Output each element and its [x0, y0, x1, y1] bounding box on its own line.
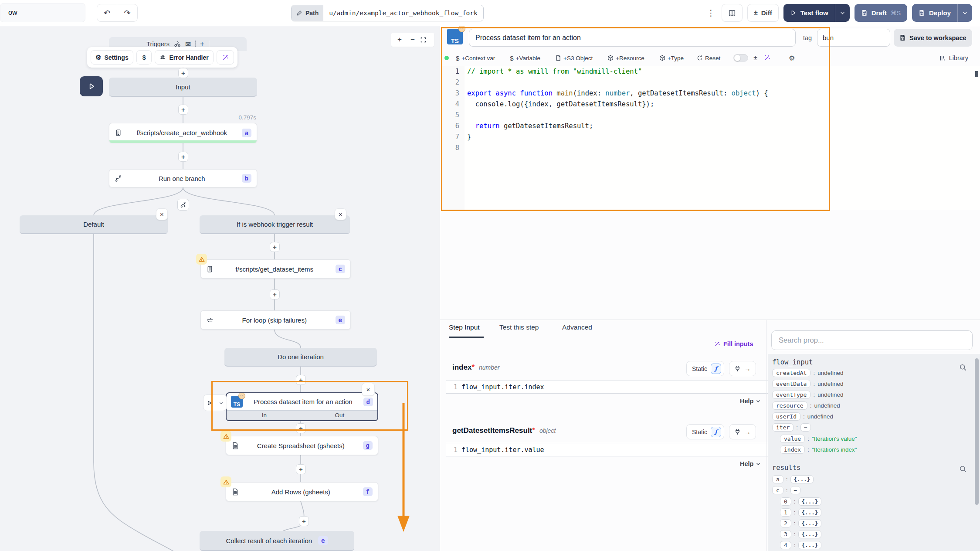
reset-button[interactable]: Reset: [697, 55, 720, 61]
prop-collapse-pill[interactable]: −: [790, 486, 801, 494]
deploy-button[interactable]: Deploy: [912, 4, 972, 22]
insert-step-button[interactable]: +: [178, 105, 188, 115]
save-to-workspace-button[interactable]: Save to workspace: [894, 29, 972, 47]
step-title-input[interactable]: [469, 29, 796, 47]
prop-key[interactable]: 3: [780, 530, 791, 538]
node-branch-default[interactable]: Default: [20, 215, 168, 234]
search-icon[interactable]: [959, 363, 967, 372]
node-input-tab[interactable]: In: [227, 411, 302, 420]
prop-collapse-pill[interactable]: {...}: [790, 475, 814, 483]
docs-button[interactable]: [722, 4, 743, 22]
prop-key[interactable]: 4: [780, 541, 791, 549]
plus-minus-icon[interactable]: ±: [753, 54, 757, 62]
insert-step-button[interactable]: +: [296, 375, 306, 385]
delete-step-button[interactable]: ×: [362, 383, 375, 396]
run-step-button[interactable]: [203, 395, 215, 411]
prop-picker-scrollbar[interactable]: [975, 358, 979, 505]
fit-view-icon[interactable]: [420, 37, 431, 43]
editor-settings-icon[interactable]: ⚙: [789, 54, 795, 62]
prop-key[interactable]: index: [780, 446, 805, 454]
function-mode-icon[interactable]: ƒ: [711, 364, 721, 374]
node-create-actor-webhook[interactable]: f/scripts/create_actor_webhook a: [109, 123, 257, 143]
prop-key[interactable]: userId: [772, 412, 800, 421]
code-editor[interactable]: 1 2 3 4 5 6 7 8 // import * as wmill fro…: [442, 66, 980, 210]
node-process-dataset-item-selected[interactable]: TS Process dataset item for an action d …: [226, 392, 378, 421]
prop-key[interactable]: 0: [780, 497, 791, 506]
tab-advanced[interactable]: Advanced: [562, 323, 592, 331]
add-resource-button[interactable]: +Resource: [607, 55, 644, 61]
prop-collapse-pill[interactable]: −: [800, 423, 811, 432]
prop-key[interactable]: eventData: [772, 380, 810, 388]
add-type-button[interactable]: +Type: [659, 55, 684, 61]
node-flow-input[interactable]: Input: [109, 78, 257, 97]
redo-button[interactable]: ↷: [117, 4, 138, 22]
node-get-dataset-items[interactable]: f/scripts/get_dataset_items c: [200, 259, 351, 279]
prop-key[interactable]: c: [772, 486, 783, 494]
prop-collapse-pill[interactable]: {...}: [798, 497, 822, 506]
help-button[interactable]: Help: [740, 460, 761, 467]
search-prop-input[interactable]: [771, 330, 973, 350]
editor-scrollbar-thumb[interactable]: [975, 71, 978, 77]
static-expr-toggle[interactable]: Static ƒ: [686, 424, 724, 439]
help-button[interactable]: Help: [740, 398, 761, 405]
library-button[interactable]: Library: [939, 54, 968, 61]
draft-button[interactable]: Draft ⌘S: [855, 4, 907, 22]
delete-branch-button[interactable]: ×: [335, 208, 346, 220]
diff-button[interactable]: ± Diff: [747, 4, 779, 22]
node-add-rows[interactable]: Add Rows (gsheets) f: [226, 482, 378, 501]
test-up-to-button[interactable]: [80, 76, 103, 96]
undo-button[interactable]: ↶: [97, 4, 117, 22]
zoom-in-icon[interactable]: +: [394, 35, 405, 44]
settings-button[interactable]: ⚙ Settings: [91, 50, 133, 65]
node-collect-result[interactable]: Collect result of each iteration e: [200, 531, 354, 551]
expr-input-getdatasetitemsresult[interactable]: 1 flow_input.iter.value: [446, 443, 769, 456]
insert-step-button[interactable]: +: [299, 516, 309, 526]
add-variable-button[interactable]: $ +Variable: [510, 54, 540, 62]
more-menu-icon[interactable]: ⋮: [705, 8, 717, 18]
path-chip[interactable]: Path u/admin/example_actor_webhook_flow_…: [291, 5, 484, 21]
flow-name-box[interactable]: ow: [0, 3, 85, 22]
prop-key[interactable]: iter: [772, 423, 793, 432]
prop-key[interactable]: eventType: [772, 391, 810, 399]
context-variables-button[interactable]: $: [136, 50, 152, 65]
prop-key[interactable]: createdAt: [772, 369, 810, 377]
connect-input-button[interactable]: →: [729, 361, 756, 376]
prop-key[interactable]: value: [780, 435, 805, 443]
connect-input-button[interactable]: →: [729, 424, 756, 439]
ai-wand-button[interactable]: [217, 50, 234, 65]
prop-key[interactable]: a: [772, 475, 783, 483]
webhook-icon[interactable]: [174, 41, 181, 48]
search-icon[interactable]: [959, 465, 967, 473]
prop-key[interactable]: resource: [772, 401, 807, 410]
node-run-one-branch[interactable]: Run one branch b: [109, 169, 257, 187]
insert-step-button[interactable]: +: [178, 68, 188, 78]
fill-inputs-button[interactable]: Fill inputs: [714, 340, 753, 347]
tab-test-this-step[interactable]: Test this step: [499, 323, 539, 331]
prop-collapse-pill[interactable]: {...}: [798, 530, 822, 538]
expr-input-index[interactable]: 1 flow_input.iter.index: [446, 380, 769, 394]
tag-input[interactable]: [817, 29, 890, 47]
static-expr-toggle[interactable]: Static ƒ: [686, 361, 724, 376]
flow-canvas[interactable]: Triggers ✉ + ⚙ Settings $ Error Handler: [0, 26, 440, 551]
prop-collapse-pill[interactable]: {...}: [798, 519, 822, 527]
test-flow-dropdown[interactable]: [835, 4, 850, 22]
flow-input-title[interactable]: flow_input: [772, 358, 813, 366]
node-output-tab[interactable]: Out: [302, 411, 377, 420]
node-for-loop[interactable]: For loop (skip failures) e: [200, 310, 351, 330]
node-branch-if-webhook[interactable]: If is webhook trigger result: [200, 215, 350, 234]
error-handler-button[interactable]: Error Handler: [155, 50, 213, 65]
run-step-menu-button[interactable]: [215, 395, 227, 411]
insert-step-button[interactable]: +: [270, 289, 280, 299]
deploy-dropdown[interactable]: [957, 4, 972, 22]
diff-toggle[interactable]: [733, 54, 748, 62]
function-mode-icon[interactable]: ƒ: [711, 427, 721, 437]
prop-collapse-pill[interactable]: {...}: [798, 541, 822, 549]
prop-key[interactable]: 2: [780, 519, 791, 527]
zoom-out-icon[interactable]: −: [407, 35, 418, 44]
insert-step-button[interactable]: +: [296, 464, 306, 474]
add-context-var-button[interactable]: $ +Context var: [456, 54, 495, 62]
insert-step-button[interactable]: +: [178, 152, 188, 162]
insert-step-button[interactable]: +: [270, 242, 280, 252]
node-do-one-iteration[interactable]: Do one iteration: [224, 348, 377, 367]
add-s3-object-button[interactable]: +S3 Object: [555, 55, 593, 61]
